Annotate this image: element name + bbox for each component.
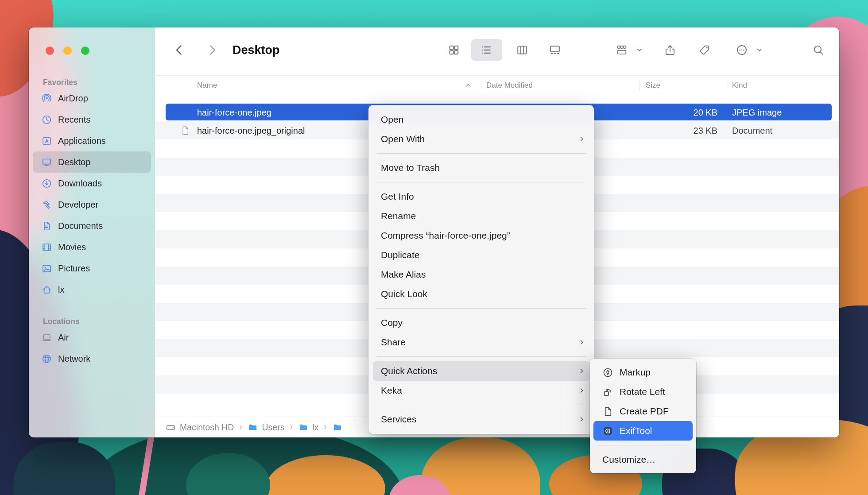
sidebar-item-label: Developer [58, 200, 98, 210]
column-divider [481, 81, 481, 91]
submenu-item-rotate-left[interactable]: Rotate Left [590, 382, 696, 402]
sidebar-item-label: Desktop [58, 157, 90, 167]
home-icon [41, 284, 52, 295]
context-menu: Open Open With Move to Trash Get Info Re… [368, 105, 594, 434]
menu-item-rename[interactable]: Rename [368, 206, 594, 226]
path-segment-lx[interactable]: lx [298, 422, 318, 433]
column-header-name[interactable]: Name [197, 81, 217, 90]
submenu-item-customize[interactable]: Customize… [590, 450, 696, 469]
create-pdf-icon [602, 406, 613, 417]
downloads-icon [41, 178, 52, 189]
submenu-arrow-icon [578, 338, 585, 346]
document-icon [41, 220, 52, 232]
sidebar-item-label: Documents [58, 221, 103, 231]
forward-button[interactable] [206, 44, 218, 56]
sidebar-item-recents[interactable]: Recents [33, 109, 151, 130]
menu-item-duplicate[interactable]: Duplicate [368, 245, 594, 265]
more-options-chevron-down-icon [756, 46, 763, 54]
sidebar-item-movies[interactable]: Movies [33, 236, 151, 258]
rotate-left-icon [602, 387, 613, 398]
column-view-button[interactable] [516, 44, 528, 56]
close-button[interactable] [46, 46, 54, 55]
chevron-right-icon [322, 424, 329, 430]
menu-item-open-with[interactable]: Open With [368, 129, 594, 149]
path-segment-users[interactable]: Users [248, 422, 284, 433]
back-button[interactable] [173, 44, 186, 56]
photo-icon [41, 263, 52, 274]
sidebar-item-airdrop[interactable]: AirDrop [33, 88, 151, 109]
path-segment-label: Macintosh HD [180, 422, 234, 433]
sidebar-item-network[interactable]: Network [33, 348, 151, 369]
menu-item-services[interactable]: Services [368, 410, 594, 429]
file-kind: JPEG image [732, 107, 782, 117]
menu-item-open[interactable]: Open [368, 110, 594, 129]
sidebar-item-desktop[interactable]: Desktop [33, 151, 151, 173]
menu-item-move-to-trash[interactable]: Move to Trash [368, 158, 594, 178]
locations-section-label: Locations [29, 316, 155, 327]
submenu-item-exiftool[interactable]: ExifTool [593, 421, 693, 441]
window-controls [46, 46, 89, 55]
sidebar-item-pictures[interactable]: Pictures [33, 258, 151, 279]
menu-item-get-info[interactable]: Get Info [368, 187, 594, 206]
file-name: hair-force-one.jpeg [197, 107, 271, 117]
column-header-date-modified[interactable]: Date Modified [486, 81, 533, 90]
sidebar-item-developer[interactable]: Developer [33, 194, 151, 215]
column-header-kind[interactable]: Kind [732, 81, 747, 90]
sidebar-item-applications[interactable]: Applications [33, 130, 151, 151]
sidebar: Favorites AirDrop Recents Applications D… [29, 27, 155, 437]
gallery-view-button[interactable] [549, 44, 561, 56]
submenu-arrow-icon [578, 415, 585, 423]
path-segment-folder[interactable] [333, 422, 342, 432]
menu-separator [376, 182, 586, 182]
path-segment-label: Users [262, 422, 284, 433]
sidebar-item-label: Applications [58, 136, 106, 146]
share-button[interactable] [664, 44, 676, 56]
search-button[interactable] [813, 44, 825, 56]
applications-icon [41, 135, 52, 147]
submenu-arrow-icon [578, 367, 585, 375]
group-button[interactable] [616, 44, 628, 56]
sidebar-item-label: Downloads [58, 178, 102, 189]
submenu-arrow-icon [578, 387, 585, 394]
column-divider [728, 81, 728, 91]
sidebar-item-downloads[interactable]: Downloads [33, 173, 151, 194]
minimize-button[interactable] [63, 46, 72, 55]
sidebar-item-air[interactable]: Air [33, 327, 151, 348]
submenu-item-create-pdf[interactable]: Create PDF [590, 402, 696, 421]
menu-item-make-alias[interactable]: Make Alias [368, 265, 594, 284]
menu-item-keka[interactable]: Keka [368, 381, 594, 400]
path-segment-macintosh-hd[interactable]: Macintosh HD [166, 422, 234, 433]
sidebar-item-label: AirDrop [58, 93, 88, 104]
menu-separator [376, 153, 586, 154]
menu-item-copy[interactable]: Copy [368, 313, 594, 333]
zoom-button[interactable] [81, 46, 89, 55]
menu-item-compress[interactable]: Compress “hair-force-one.jpeg” [368, 226, 594, 245]
globe-icon [41, 353, 52, 364]
menu-separator [598, 445, 688, 445]
column-divider [639, 81, 640, 91]
sidebar-item-label: lx [58, 285, 64, 295]
favorites-section-label: Favorites [29, 77, 155, 88]
menu-item-quick-look[interactable]: Quick Look [368, 284, 594, 304]
column-header-size[interactable]: Size [646, 81, 660, 90]
sidebar-item-documents[interactable]: Documents [33, 215, 151, 236]
chevron-right-icon [288, 424, 294, 430]
menu-item-share[interactable]: Share [368, 333, 594, 352]
menu-separator [376, 356, 586, 357]
more-options-button[interactable] [736, 44, 748, 56]
file-name: hair-force-one.jpeg_original [197, 125, 305, 135]
file-size: 20 KB [694, 107, 717, 117]
sidebar-item-lx[interactable]: lx [33, 279, 151, 300]
sidebar-item-label: Network [58, 354, 90, 364]
menu-separator [376, 405, 586, 405]
menu-item-quick-actions[interactable]: Quick Actions [373, 361, 589, 381]
menu-separator [376, 308, 586, 309]
icon-view-button[interactable] [448, 44, 460, 56]
submenu-item-markup[interactable]: Markup [590, 363, 696, 382]
tags-button[interactable] [698, 44, 711, 56]
list-view-button[interactable] [480, 44, 492, 56]
chevron-right-icon [238, 424, 244, 430]
sidebar-list: Favorites AirDrop Recents Applications D… [29, 77, 155, 369]
window-title: Desktop [232, 43, 280, 57]
exiftool-icon [602, 425, 613, 437]
